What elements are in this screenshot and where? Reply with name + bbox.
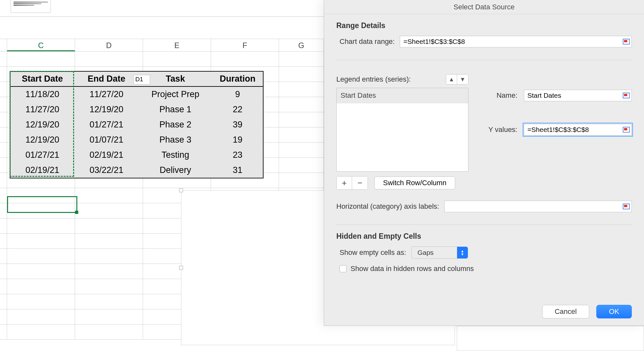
dropdown-stepper-icon: ▲▼ xyxy=(457,246,468,259)
cell-styles-gallery[interactable] xyxy=(11,0,51,13)
svg-rect-7 xyxy=(624,205,627,207)
range-selector-icon[interactable] xyxy=(623,204,630,209)
y-values-input[interactable] xyxy=(524,124,632,135)
data-table[interactable]: Start Date End Date Task Duration 11/18/… xyxy=(10,71,264,178)
select-data-source-dialog: Select Data Source Range Details Chart d… xyxy=(324,0,644,326)
table-header-start-date: Start Date xyxy=(10,72,74,86)
remove-series-button[interactable]: − xyxy=(352,176,368,189)
series-name-input[interactable] xyxy=(524,90,632,101)
dropdown-value: Gaps xyxy=(412,249,457,256)
chart-data-range-label: Chart data range: xyxy=(340,37,395,46)
column-header-e[interactable]: E xyxy=(143,39,211,51)
move-series-up-button[interactable]: ▲ xyxy=(446,75,457,84)
spreadsheet-area: C D E F G xyxy=(0,0,324,351)
y-values-label: Y values: xyxy=(481,125,517,134)
cell-reference-tooltip: D1 xyxy=(133,75,150,85)
table-row[interactable]: 02/19/21 03/22/21 Delivery 31 xyxy=(10,163,263,178)
hidden-empty-heading: Hidden and Empty Cells xyxy=(336,232,632,241)
column-header-d[interactable]: D xyxy=(75,39,143,51)
table-header-end-date: End Date xyxy=(74,72,139,86)
legend-entries-label: Legend entries (series): xyxy=(336,75,411,84)
move-series-down-button[interactable]: ▼ xyxy=(457,75,468,84)
table-row[interactable]: 01/27/21 02/19/21 Testing 23 xyxy=(10,147,263,163)
show-empty-label: Show empty cells as: xyxy=(340,248,406,257)
active-cell-cursor[interactable] xyxy=(7,196,77,213)
series-name-label: Name: xyxy=(481,91,517,100)
svg-rect-1 xyxy=(624,40,627,42)
show-hidden-label: Show data in hidden rows and columns xyxy=(351,265,474,273)
ok-button[interactable]: OK xyxy=(596,305,632,318)
column-header-f[interactable]: F xyxy=(211,39,279,51)
table-row[interactable]: 12/19/20 01/07/21 Phase 3 19 xyxy=(10,132,263,147)
column-header-c[interactable]: C xyxy=(7,39,75,51)
svg-rect-5 xyxy=(624,128,627,130)
table-row[interactable]: 11/27/20 12/19/20 Phase 1 22 xyxy=(10,102,263,117)
table-row[interactable]: 12/19/20 01/27/21 Phase 2 39 xyxy=(10,117,263,132)
dialog-title: Select Data Source xyxy=(324,0,644,14)
show-empty-dropdown[interactable]: Gaps ▲▼ xyxy=(411,246,468,259)
series-list-item[interactable]: Start Dates xyxy=(337,88,468,103)
series-reorder-buttons: ▲ ▼ xyxy=(446,74,468,85)
column-header-g[interactable]: G xyxy=(279,39,324,51)
resize-handle-icon[interactable] xyxy=(179,266,183,270)
switch-row-column-button[interactable]: Switch Row/Column xyxy=(374,176,455,189)
chart-data-range-input[interactable] xyxy=(400,36,632,47)
range-selector-icon[interactable] xyxy=(623,39,630,45)
table-row[interactable]: 11/18/20 11/27/20 Project Prep 9 xyxy=(10,87,263,102)
range-selector-icon[interactable] xyxy=(623,127,630,133)
show-hidden-checkbox[interactable] xyxy=(340,265,347,272)
series-listbox[interactable]: Start Dates xyxy=(336,88,468,172)
range-selector-icon[interactable] xyxy=(623,93,630,98)
table-header-duration: Duration xyxy=(212,72,263,86)
column-headers: C D E F G xyxy=(0,39,324,52)
category-axis-input[interactable] xyxy=(444,201,632,212)
grid-fragment xyxy=(457,326,644,351)
resize-handle-icon[interactable] xyxy=(179,188,183,192)
add-series-button[interactable]: + xyxy=(337,176,352,189)
range-details-heading: Range Details xyxy=(336,21,632,30)
svg-rect-3 xyxy=(624,94,627,96)
toolbar-strip xyxy=(0,0,324,17)
category-axis-label: Horizontal (category) axis labels: xyxy=(336,202,439,211)
cancel-button[interactable]: Cancel xyxy=(542,305,589,318)
